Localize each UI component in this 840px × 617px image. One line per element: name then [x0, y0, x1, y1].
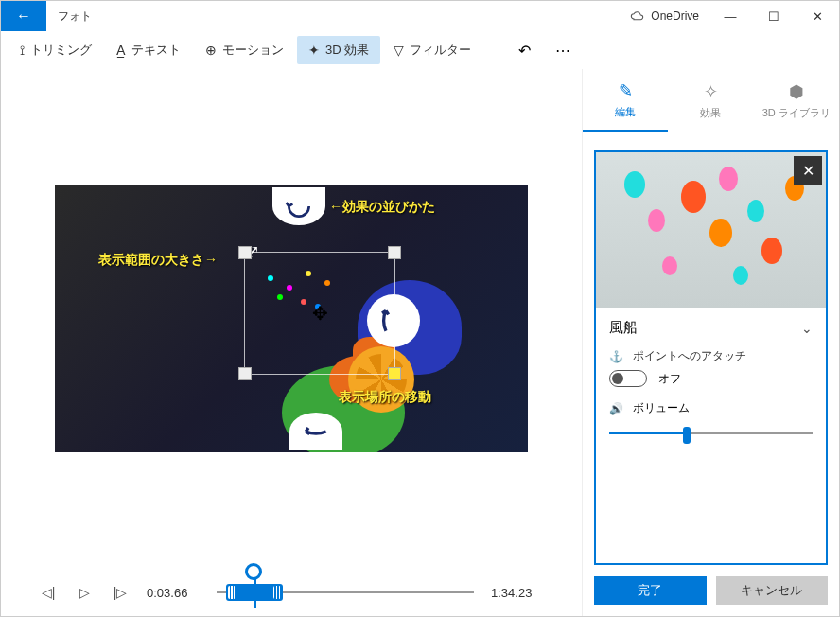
- app-title: フォト: [46, 1, 103, 31]
- trim-label: トリミング: [30, 42, 92, 59]
- motion-icon: ⊕: [205, 43, 217, 58]
- current-time: 0:03.66: [147, 586, 200, 600]
- cube-icon: ⬢: [789, 81, 804, 102]
- play-button[interactable]: ▷: [75, 585, 94, 600]
- tab-3d-library[interactable]: ⬢ 3D ライブラリ: [754, 69, 839, 132]
- cancel-button[interactable]: キャンセル: [716, 576, 829, 605]
- back-button[interactable]: ←: [1, 1, 46, 31]
- tab-edit-label: 編集: [615, 105, 636, 119]
- annotation-ordering: ←効果の並びかた: [329, 199, 435, 216]
- motion-button[interactable]: ⊕ モーション: [194, 36, 295, 64]
- trim-button[interactable]: ⟟ トリミング: [9, 36, 103, 64]
- effect-thumbnail: ✕: [596, 152, 826, 308]
- minimize-button[interactable]: —: [709, 1, 752, 31]
- clip-start-handle[interactable]: [228, 586, 236, 599]
- effect-name: 風船: [609, 319, 638, 337]
- effect-title-row[interactable]: 風船 ⌄: [609, 319, 813, 337]
- toggle-state-label: オフ: [658, 371, 681, 387]
- filter-label: フィルター: [410, 42, 471, 59]
- move-icon[interactable]: ✥: [312, 302, 328, 325]
- onedrive-label: OneDrive: [651, 9, 699, 23]
- timeline-track[interactable]: [217, 578, 474, 607]
- rotate-y-button[interactable]: [367, 294, 420, 347]
- remove-effect-button[interactable]: ✕: [794, 156, 822, 185]
- total-time: 1:34.23: [491, 586, 544, 600]
- filter-icon: ▽: [394, 43, 404, 58]
- resize-handle-bl[interactable]: [238, 367, 252, 380]
- titlebar-drag[interactable]: [103, 1, 621, 31]
- slider-thumb[interactable]: [683, 427, 691, 444]
- clip-end-handle[interactable]: [273, 586, 281, 599]
- attach-label: ポイントへのアタッチ: [633, 348, 746, 364]
- 3d-effects-button[interactable]: ✦ 3D 効果: [297, 36, 380, 64]
- text-icon: A̲: [116, 43, 126, 58]
- filter-button[interactable]: ▽ フィルター: [382, 36, 482, 64]
- text-button[interactable]: A̲ テキスト: [105, 36, 192, 64]
- volume-label: ボリューム: [633, 400, 690, 416]
- 3d-effects-label: 3D 効果: [325, 42, 369, 59]
- trim-icon: ⟟: [20, 43, 25, 59]
- rotate-z-button[interactable]: [272, 187, 325, 225]
- resize-handle-tl[interactable]: [238, 246, 252, 259]
- prev-frame-button[interactable]: ◁|: [39, 585, 58, 600]
- next-frame-button[interactable]: |▷: [111, 585, 130, 600]
- resize-handle-br[interactable]: [388, 367, 401, 380]
- effect-panel: ✕ 風船 ⌄ ⚓ ポイントへのアタッチ オフ 🔊 ボリューム: [594, 150, 828, 565]
- tab-3d-library-label: 3D ライブラリ: [762, 106, 831, 120]
- tab-effects-label: 効果: [700, 106, 721, 120]
- motion-label: モーション: [222, 42, 284, 59]
- tab-effects[interactable]: ✧ 効果: [668, 69, 753, 132]
- cloud-icon: [630, 9, 645, 24]
- tab-edit[interactable]: ✎ 編集: [583, 69, 668, 132]
- more-button[interactable]: ⋯: [546, 36, 582, 65]
- chevron-down-icon: ⌄: [801, 321, 813, 336]
- slider-fill: [609, 432, 687, 434]
- text-label: テキスト: [131, 42, 181, 59]
- annotation-size: 表示範囲の大きさ→: [98, 252, 218, 269]
- sparkle-icon: ✦: [308, 43, 320, 58]
- volume-icon: 🔊: [609, 402, 623, 415]
- done-button[interactable]: 完了: [594, 576, 707, 605]
- close-button[interactable]: ✕: [796, 1, 839, 31]
- playhead[interactable]: [245, 563, 262, 580]
- volume-slider[interactable]: [609, 424, 813, 443]
- video-preview[interactable]: ←効果の並びかた 表示範囲の大きさ→ 表示場所の移動 ⤢: [55, 185, 528, 452]
- attach-toggle[interactable]: [609, 370, 647, 387]
- resize-handle-tr[interactable]: [388, 246, 401, 259]
- anchor-icon: ⚓: [609, 350, 623, 363]
- onedrive-status[interactable]: OneDrive: [621, 1, 709, 31]
- undo-button[interactable]: ↶: [505, 36, 544, 65]
- annotation-move: 表示場所の移動: [339, 389, 431, 406]
- maximize-button[interactable]: ☐: [752, 1, 796, 31]
- rotate-x-button[interactable]: [289, 413, 342, 450]
- pencil-icon: ✎: [619, 80, 633, 101]
- sparkles-icon: ✧: [704, 81, 718, 102]
